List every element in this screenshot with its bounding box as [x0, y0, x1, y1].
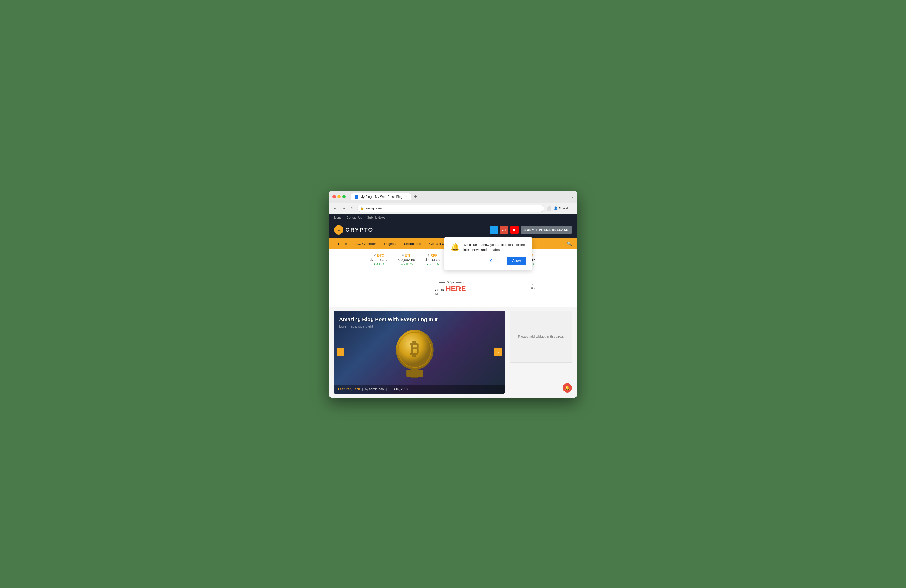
slide-prev-button[interactable]: ‹	[337, 348, 345, 356]
new-tab-button[interactable]: +	[413, 194, 419, 199]
nav-search-icon[interactable]: 🔍	[567, 241, 572, 246]
logo-icon: C	[334, 225, 343, 234]
xrp-circle-icon: ⊘	[427, 254, 429, 257]
logo-text: CRYPTO	[345, 226, 373, 233]
crypto-item-eth: ⊘ ETH $ 2,003.60 ▲ 2.08 %	[398, 253, 415, 266]
ad-banner[interactable]: ←—— 728px ——→ YOURAD HERE ↑ 90px ↓	[365, 277, 541, 300]
popup-header: 🔔 We'd like to show you notifications fo…	[450, 242, 526, 252]
forward-button[interactable]: →	[340, 205, 347, 211]
youtube-label: ▶	[513, 228, 516, 232]
slide-title: Amazing Blog Post With Everything In It	[339, 316, 489, 323]
toolbar-right: ⬜ 👤 Guest ⋮	[546, 206, 574, 211]
notification-popup: 🔔 We'd like to show you notifications fo…	[444, 237, 532, 270]
menu-icon[interactable]: ⋮	[570, 206, 574, 211]
nav-link-shortcodes[interactable]: Shortcodes	[400, 238, 425, 249]
ad-text-row: YOURAD HERE	[434, 285, 466, 296]
google-icon[interactable]: G+	[500, 226, 508, 234]
twitter-icon[interactable]: T	[490, 226, 498, 234]
btc-symbol: ⊘ BTC	[374, 253, 384, 257]
slide-text-overlay: Amazing Blog Post With Everything In It …	[339, 316, 489, 328]
eth-change-value: 2.08 %	[404, 263, 413, 266]
window-control[interactable]: ⌄	[571, 195, 574, 198]
slide-separator-2: |	[386, 387, 386, 391]
youtube-icon[interactable]: ▶	[510, 226, 519, 234]
address-text: azdigi.asia	[366, 206, 381, 210]
left-arrow-icon: ←——	[436, 280, 445, 284]
back-button[interactable]: ←	[332, 205, 338, 211]
allow-button[interactable]: Allow	[507, 257, 526, 265]
cast-icon[interactable]: ⬜	[546, 206, 552, 211]
topbar-icons-link[interactable]: Icons	[334, 216, 341, 220]
xrp-change-value: 2.15 %	[430, 263, 439, 266]
widget-area: Please add widget in this area.	[510, 311, 572, 363]
maximize-window-button[interactable]	[342, 195, 346, 198]
topbar-contact-link[interactable]: Contact Us	[347, 216, 362, 220]
up-arrow-icon: ↑	[532, 284, 533, 286]
right-arrow-icon: ——→	[456, 280, 464, 284]
submit-press-release-button[interactable]: SUBMIT PRESS RELEASE	[521, 226, 572, 234]
ad-dimensions: ↑ 90px ↓	[530, 284, 536, 293]
slide-subtitle: Lorem adipisicing elit	[339, 324, 489, 328]
ad-width-label: 728px	[446, 280, 454, 284]
browser-tab[interactable]: My Blog – My WordPress Blog ×	[351, 193, 411, 200]
traffic-lights	[332, 195, 346, 198]
content-left: ₿ Amazing Blog Post With Everything In I…	[334, 311, 505, 394]
browser-titlebar: My Blog – My WordPress Blog × + ⌄	[329, 191, 577, 203]
btc-label: BTC	[377, 253, 384, 257]
twitter-label: T	[493, 228, 495, 232]
ad-here-label: HERE	[446, 285, 466, 293]
browser-toolbar: ← → ↻ 🔒 azdigi.asia ⬜ 👤 Guest ⋮	[329, 203, 577, 214]
nav-link-ico[interactable]: ICO Calender	[351, 238, 380, 249]
guest-button[interactable]: 👤 Guest	[553, 206, 568, 210]
xrp-price: $ 0.4178	[426, 258, 440, 262]
ad-height-label: 90px	[530, 287, 536, 290]
notification-bell-button[interactable]: 🔔	[563, 383, 572, 392]
main-content: ₿ Amazing Blog Post With Everything In I…	[329, 307, 577, 398]
close-window-button[interactable]	[332, 195, 336, 198]
topbar-submit-link[interactable]: Submit News	[367, 216, 386, 220]
down-arrow-icon: ↓	[532, 290, 533, 293]
svg-text:₿: ₿	[411, 339, 419, 358]
cancel-button[interactable]: Cancel	[487, 257, 504, 265]
eth-change: ▲ 2.08 %	[400, 263, 413, 266]
slide-separator-1: |	[362, 387, 363, 391]
xrp-change: ▲ 2.15 %	[426, 263, 439, 266]
btc-change-value: 3.41 %	[376, 263, 385, 266]
google-label: G+	[502, 228, 507, 232]
site-header: C CRYPTO T G+ ▶ SUBMIT PRESS RELEASE	[329, 221, 577, 238]
lock-icon: 🔒	[360, 206, 364, 210]
eth-arrow-icon: ▲	[400, 263, 404, 266]
guest-label: Guest	[559, 206, 568, 210]
svg-text:C: C	[338, 228, 340, 232]
content-right: Please add widget in this area.	[510, 311, 572, 394]
tab-close-button[interactable]: ×	[406, 195, 407, 198]
slide-date: FEB 16, 2018	[389, 387, 407, 391]
nav-item-home: Home	[334, 238, 351, 249]
btc-price: $ 30,032.7	[370, 258, 388, 262]
browser-window: My Blog – My WordPress Blog × + ⌄ ← → ↻ …	[329, 191, 577, 398]
bitcoin-coin-svg: ₿	[391, 326, 438, 378]
slider-image: ₿ Amazing Blog Post With Everything In I…	[334, 311, 505, 394]
header-social: T G+ ▶ SUBMIT PRESS RELEASE	[490, 226, 572, 234]
popup-message: We'd like to show you notifications for …	[463, 242, 526, 252]
nav-link-home[interactable]: Home	[334, 238, 351, 249]
ad-section: ←—— 728px ——→ YOURAD HERE ↑ 90px ↓	[329, 270, 577, 307]
svg-rect-6	[411, 377, 418, 378]
nav-link-pages[interactable]: Pages	[380, 238, 400, 249]
site-content: 🔔 We'd like to show you notifications fo…	[329, 214, 577, 398]
slide-next-button[interactable]: ›	[494, 348, 502, 356]
btc-arrow-icon: ▲	[373, 263, 376, 266]
minimize-window-button[interactable]	[337, 195, 341, 198]
crypto-item-btc: ⊘ BTC $ 30,032.7 ▲ 3.41 %	[370, 253, 388, 266]
ad-content: ←—— 728px ——→ YOURAD HERE	[370, 280, 530, 296]
ad-your-label: YOURAD	[434, 288, 444, 296]
btc-change: ▲ 3.41 %	[373, 263, 385, 266]
crypto-logo-svg: C	[336, 227, 341, 233]
nav-item-ico: ICO Calender	[351, 238, 380, 249]
refresh-button[interactable]: ↻	[349, 205, 355, 211]
bell-icon: 🔔	[450, 242, 460, 252]
address-bar[interactable]: 🔒 azdigi.asia	[357, 205, 544, 212]
site-topbar: Icons Contact Us Submit News	[329, 214, 577, 221]
slide-meta: Featured, Tech | by admin-bao | FEB 16, …	[334, 385, 505, 394]
guest-avatar-icon: 👤	[553, 206, 558, 210]
